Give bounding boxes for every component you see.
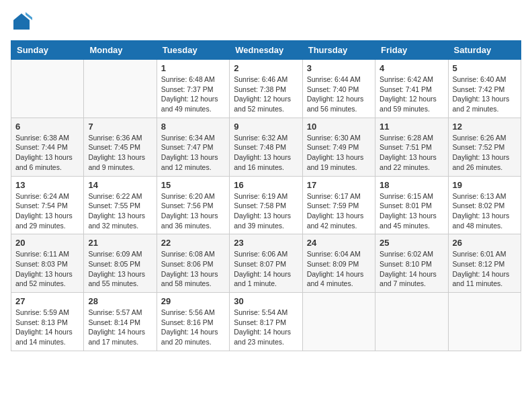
day-info: Sunrise: 6:02 AM Sunset: 8:10 PM Dayligh… [380, 249, 443, 289]
calendar-cell: 15Sunrise: 6:20 AM Sunset: 7:56 PM Dayli… [157, 176, 229, 234]
logo [11, 11, 35, 32]
calendar-cell: 11Sunrise: 6:28 AM Sunset: 7:51 PM Dayli… [375, 118, 448, 176]
day-number: 18 [380, 180, 443, 190]
day-number: 4 [380, 63, 443, 73]
day-number: 8 [161, 122, 225, 132]
day-header-friday: Friday [375, 41, 448, 60]
day-header-wednesday: Wednesday [230, 41, 302, 60]
calendar-cell: 20Sunrise: 6:11 AM Sunset: 8:03 PM Dayli… [11, 234, 84, 293]
day-number: 17 [307, 180, 371, 190]
day-info: Sunrise: 6:26 AM Sunset: 7:52 PM Dayligh… [453, 133, 517, 173]
calendar-cell: 16Sunrise: 6:19 AM Sunset: 7:58 PM Dayli… [230, 176, 302, 234]
day-number: 19 [453, 180, 517, 190]
day-info: Sunrise: 6:22 AM Sunset: 7:55 PM Dayligh… [88, 191, 152, 231]
calendar-cell: 24Sunrise: 6:04 AM Sunset: 8:09 PM Dayli… [302, 234, 375, 293]
calendar-cell: 23Sunrise: 6:06 AM Sunset: 8:07 PM Dayli… [230, 234, 302, 293]
logo-icon [11, 11, 32, 32]
day-number: 5 [453, 63, 517, 73]
day-number: 2 [234, 63, 298, 73]
day-header-saturday: Saturday [448, 41, 521, 60]
calendar-cell [11, 60, 84, 118]
calendar-table: SundayMondayTuesdayWednesdayThursdayFrid… [11, 40, 521, 351]
day-info: Sunrise: 6:34 AM Sunset: 7:47 PM Dayligh… [161, 133, 225, 173]
calendar-cell: 29Sunrise: 5:56 AM Sunset: 8:16 PM Dayli… [157, 293, 229, 351]
day-info: Sunrise: 6:36 AM Sunset: 7:45 PM Dayligh… [88, 133, 152, 173]
day-header-thursday: Thursday [302, 41, 375, 60]
day-number: 22 [161, 238, 225, 248]
calendar-cell: 25Sunrise: 6:02 AM Sunset: 8:10 PM Dayli… [375, 234, 448, 293]
day-number: 27 [15, 296, 79, 306]
calendar-cell: 27Sunrise: 5:59 AM Sunset: 8:13 PM Dayli… [11, 293, 84, 351]
calendar-cell: 8Sunrise: 6:34 AM Sunset: 7:47 PM Daylig… [157, 118, 229, 176]
day-info: Sunrise: 6:28 AM Sunset: 7:51 PM Dayligh… [380, 133, 443, 173]
calendar-cell [448, 293, 521, 351]
calendar-cell: 22Sunrise: 6:08 AM Sunset: 8:06 PM Dayli… [157, 234, 229, 293]
day-number: 12 [453, 122, 517, 132]
calendar-cell [84, 60, 157, 118]
week-row-2: 6Sunrise: 6:38 AM Sunset: 7:44 PM Daylig… [11, 118, 521, 176]
day-number: 1 [161, 63, 225, 73]
day-info: Sunrise: 6:24 AM Sunset: 7:54 PM Dayligh… [15, 191, 79, 231]
day-info: Sunrise: 6:09 AM Sunset: 8:05 PM Dayligh… [88, 249, 152, 289]
day-number: 30 [234, 296, 298, 306]
day-number: 15 [161, 180, 225, 190]
day-info: Sunrise: 6:40 AM Sunset: 7:42 PM Dayligh… [453, 75, 517, 114]
calendar-cell: 19Sunrise: 6:13 AM Sunset: 8:02 PM Dayli… [448, 176, 521, 234]
day-info: Sunrise: 6:20 AM Sunset: 7:56 PM Dayligh… [161, 191, 225, 231]
calendar-cell: 18Sunrise: 6:15 AM Sunset: 8:01 PM Dayli… [375, 176, 448, 234]
day-number: 24 [307, 238, 371, 248]
calendar-cell: 7Sunrise: 6:36 AM Sunset: 7:45 PM Daylig… [84, 118, 157, 176]
week-row-3: 13Sunrise: 6:24 AM Sunset: 7:54 PM Dayli… [11, 176, 521, 234]
calendar-cell: 13Sunrise: 6:24 AM Sunset: 7:54 PM Dayli… [11, 176, 84, 234]
day-number: 16 [234, 180, 298, 190]
day-info: Sunrise: 6:01 AM Sunset: 8:12 PM Dayligh… [453, 249, 517, 289]
calendar-cell: 6Sunrise: 6:38 AM Sunset: 7:44 PM Daylig… [11, 118, 84, 176]
page-header [11, 11, 521, 32]
week-row-4: 20Sunrise: 6:11 AM Sunset: 8:03 PM Dayli… [11, 234, 521, 293]
day-info: Sunrise: 5:57 AM Sunset: 8:14 PM Dayligh… [88, 308, 152, 347]
day-number: 26 [453, 238, 517, 248]
day-number: 13 [15, 180, 79, 190]
day-info: Sunrise: 6:38 AM Sunset: 7:44 PM Dayligh… [15, 133, 79, 173]
day-number: 14 [88, 180, 152, 190]
day-number: 21 [88, 238, 152, 248]
day-header-monday: Monday [84, 41, 157, 60]
calendar-cell: 9Sunrise: 6:32 AM Sunset: 7:48 PM Daylig… [230, 118, 302, 176]
day-number: 29 [161, 296, 225, 306]
calendar-cell: 4Sunrise: 6:42 AM Sunset: 7:41 PM Daylig… [375, 60, 448, 118]
day-header-tuesday: Tuesday [157, 41, 229, 60]
calendar-cell: 10Sunrise: 6:30 AM Sunset: 7:49 PM Dayli… [302, 118, 375, 176]
day-info: Sunrise: 6:15 AM Sunset: 8:01 PM Dayligh… [380, 191, 443, 231]
calendar-cell [375, 293, 448, 351]
day-number: 28 [88, 296, 152, 306]
day-number: 10 [307, 122, 371, 132]
calendar-cell: 1Sunrise: 6:48 AM Sunset: 7:37 PM Daylig… [157, 60, 229, 118]
day-number: 9 [234, 122, 298, 132]
calendar-cell: 3Sunrise: 6:44 AM Sunset: 7:40 PM Daylig… [302, 60, 375, 118]
calendar-cell: 30Sunrise: 5:54 AM Sunset: 8:17 PM Dayli… [230, 293, 302, 351]
day-info: Sunrise: 6:08 AM Sunset: 8:06 PM Dayligh… [161, 249, 225, 289]
day-number: 3 [307, 63, 371, 73]
day-info: Sunrise: 6:06 AM Sunset: 8:07 PM Dayligh… [234, 249, 298, 289]
day-info: Sunrise: 6:11 AM Sunset: 8:03 PM Dayligh… [15, 249, 79, 289]
calendar-cell: 21Sunrise: 6:09 AM Sunset: 8:05 PM Dayli… [84, 234, 157, 293]
week-row-1: 1Sunrise: 6:48 AM Sunset: 7:37 PM Daylig… [11, 60, 521, 118]
day-number: 11 [380, 122, 443, 132]
day-number: 23 [234, 238, 298, 248]
header-row: SundayMondayTuesdayWednesdayThursdayFrid… [11, 41, 521, 60]
day-info: Sunrise: 6:04 AM Sunset: 8:09 PM Dayligh… [307, 249, 371, 289]
calendar-cell: 26Sunrise: 6:01 AM Sunset: 8:12 PM Dayli… [448, 234, 521, 293]
calendar-cell [302, 293, 375, 351]
calendar-cell: 14Sunrise: 6:22 AM Sunset: 7:55 PM Dayli… [84, 176, 157, 234]
calendar-cell: 17Sunrise: 6:17 AM Sunset: 7:59 PM Dayli… [302, 176, 375, 234]
day-number: 7 [88, 122, 152, 132]
day-info: Sunrise: 5:56 AM Sunset: 8:16 PM Dayligh… [161, 308, 225, 347]
calendar-cell: 12Sunrise: 6:26 AM Sunset: 7:52 PM Dayli… [448, 118, 521, 176]
day-number: 20 [15, 238, 79, 248]
day-number: 25 [380, 238, 443, 248]
day-info: Sunrise: 5:59 AM Sunset: 8:13 PM Dayligh… [15, 308, 79, 347]
calendar-cell: 2Sunrise: 6:46 AM Sunset: 7:38 PM Daylig… [230, 60, 302, 118]
day-info: Sunrise: 6:13 AM Sunset: 8:02 PM Dayligh… [453, 191, 517, 231]
day-info: Sunrise: 5:54 AM Sunset: 8:17 PM Dayligh… [234, 308, 298, 347]
day-info: Sunrise: 6:19 AM Sunset: 7:58 PM Dayligh… [234, 191, 298, 231]
